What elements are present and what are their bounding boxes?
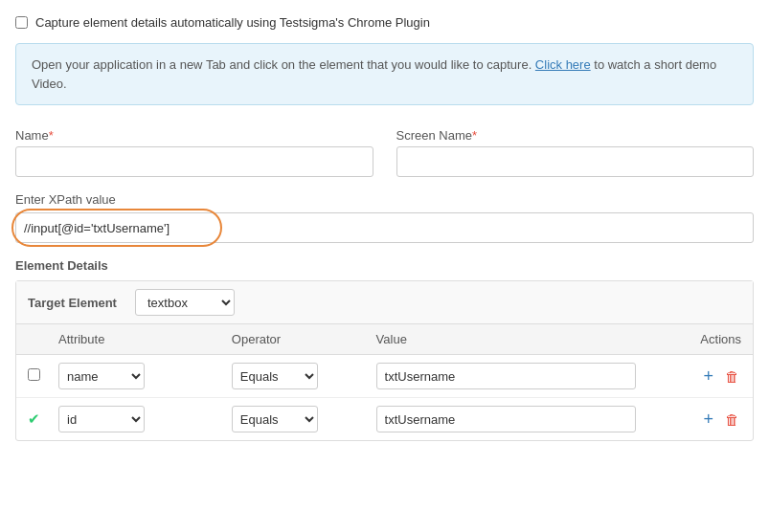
element-details-title: Element Details: [15, 258, 754, 273]
xpath-input-wrapper: [15, 212, 754, 243]
row-1-attribute-cell: name id class xpath: [58, 363, 232, 389]
row-1-checkbox-cell: [28, 368, 58, 384]
th-actions: Actions: [665, 332, 741, 346]
xpath-section: Enter XPath value: [15, 192, 754, 243]
element-details-box: Target Element textbox checkbox button l…: [15, 280, 754, 441]
row-2-add-button[interactable]: +: [701, 410, 715, 428]
xpath-input[interactable]: [15, 212, 754, 243]
element-details-section: Element Details Target Element textbox c…: [15, 258, 754, 441]
row-2-delete-button[interactable]: 🗑: [723, 412, 741, 427]
row-1-operator-select[interactable]: Equals Contains StartsWith: [232, 363, 318, 389]
row-2-verified-icon: ✔: [28, 410, 40, 427]
row-2-attribute-select[interactable]: id name class xpath: [58, 406, 145, 432]
row-1-checkbox[interactable]: [28, 368, 40, 381]
th-attribute: Attribute: [58, 332, 232, 346]
row-1-actions-cell: + 🗑: [665, 367, 741, 385]
table-row: ✔ id name class xpath Equals Contains St…: [16, 398, 753, 440]
row-2-operator-cell: Equals Contains StartsWith: [232, 406, 376, 432]
xpath-label: Enter XPath value: [15, 192, 754, 207]
target-element-select[interactable]: textbox checkbox button link radiobutton: [135, 289, 235, 316]
target-element-row: Target Element textbox checkbox button l…: [16, 281, 753, 324]
row-2-attribute-cell: id name class xpath: [58, 406, 232, 432]
th-value: Value: [376, 332, 665, 346]
row-2-actions-cell: + 🗑: [665, 410, 741, 428]
screen-name-label: Screen Name*: [396, 128, 755, 143]
row-1-operator-cell: Equals Contains StartsWith: [232, 363, 376, 389]
top-checkbox-row: Capture element details automatically us…: [15, 15, 754, 30]
info-box: Open your application in a new Tab and c…: [15, 43, 754, 105]
screen-name-group: Screen Name*: [396, 128, 755, 177]
auto-capture-checkbox[interactable]: [15, 16, 28, 29]
row-2-checkbox-cell: ✔: [28, 410, 58, 428]
auto-capture-label: Capture element details automatically us…: [35, 15, 430, 30]
table-header: Attribute Operator Value Actions: [16, 324, 753, 355]
target-select-wrapper: textbox checkbox button link radiobutton: [135, 289, 235, 316]
target-element-label: Target Element: [28, 296, 124, 310]
click-here-link[interactable]: Click here: [535, 57, 591, 72]
row-1-value-cell: [376, 363, 665, 389]
row-2-value-cell: [376, 406, 665, 432]
row-1-value-input[interactable]: [376, 363, 636, 389]
info-text: Open your application in a new Tab and c…: [32, 57, 535, 72]
screen-name-input[interactable]: [396, 146, 755, 177]
name-group: Name*: [15, 128, 373, 177]
name-input[interactable]: [15, 146, 373, 177]
th-operator: Operator: [232, 332, 376, 346]
table-row: name id class xpath Equals Contains Star…: [16, 355, 753, 398]
row-1-add-button[interactable]: +: [701, 367, 715, 385]
row-2-value-input[interactable]: [376, 406, 636, 432]
row-1-delete-button[interactable]: 🗑: [723, 369, 741, 384]
name-screenname-row: Name* Screen Name*: [15, 128, 754, 177]
row-1-attribute-select[interactable]: name id class xpath: [58, 363, 145, 389]
name-label: Name*: [15, 128, 373, 143]
row-2-operator-select[interactable]: Equals Contains StartsWith: [232, 406, 318, 432]
